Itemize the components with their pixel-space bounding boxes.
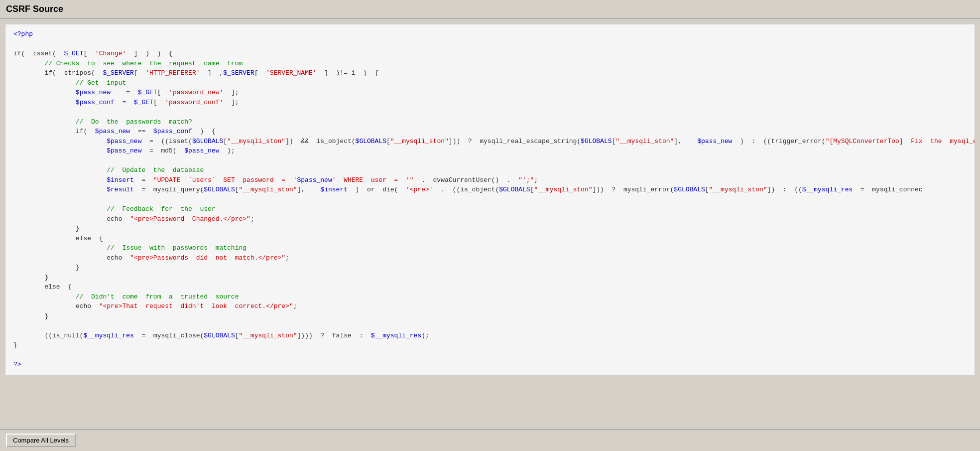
page-title: CSRF Source [0,0,980,19]
code-container: <?php if( isset( $_GET[ 'Change' ] ) ) {… [5,24,975,375]
compare-all-levels-button[interactable]: Compare All Levels [6,434,76,447]
title-text: CSRF Source [6,4,63,14]
bottom-bar: Compare All Levels [0,429,980,451]
